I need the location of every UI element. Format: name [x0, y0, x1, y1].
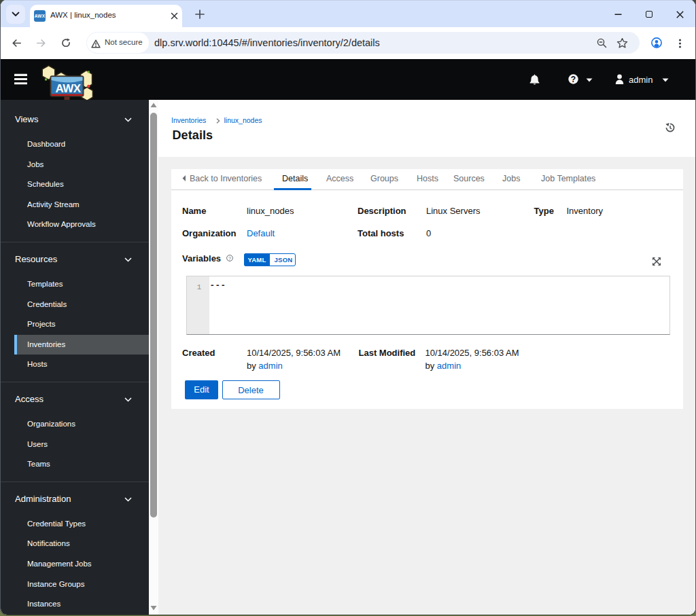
svg-text:?: ? — [571, 75, 576, 84]
svg-text:?: ? — [228, 256, 231, 261]
svg-text:AWX: AWX — [55, 82, 81, 95]
